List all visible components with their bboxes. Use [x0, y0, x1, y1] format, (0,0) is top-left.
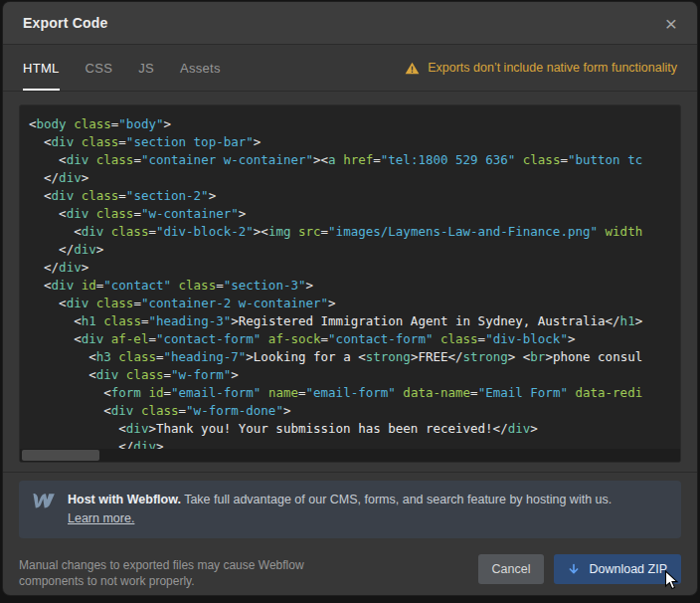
code-line: <div class="w-form"> [29, 366, 680, 384]
code-line: <div class="container w-container"><a hr… [29, 151, 680, 169]
footer-note-line2: components to not work properly. [19, 573, 304, 589]
download-icon [568, 563, 580, 576]
banner-section: Host with Webflow. Take full advantage o… [3, 472, 697, 546]
footer-note-line1: Manual changes to exported files may cau… [19, 557, 304, 573]
cancel-button[interactable]: Cancel [478, 554, 545, 584]
tab-list: HTMLCSSJSAssets [23, 45, 221, 91]
code-line: <form id="email-form" name="email-form" … [29, 384, 680, 402]
form-warning: Exports don’t include native form functi… [405, 45, 677, 91]
modal-footer: Manual changes to exported files may cau… [3, 546, 697, 589]
warning-triangle-icon [405, 62, 420, 75]
code-line: <div class="section-2"> [29, 187, 680, 205]
code-line: <div>Thank you! Your submission has been… [29, 420, 680, 438]
horizontal-scrollbar[interactable] [20, 449, 680, 462]
code-line: <div class="section top-bar"> [29, 133, 680, 151]
modal-header: Export Code × [3, 2, 697, 45]
code-line: <body class="body"> [29, 115, 680, 133]
mouse-cursor [664, 570, 679, 591]
code-line: <div class="container-2 w-container"> [29, 295, 680, 312]
footer-note: Manual changes to exported files may cau… [19, 554, 304, 589]
host-with-webflow-banner: Host with Webflow. Take full advantage o… [19, 481, 681, 538]
modal-title: Export Code [23, 15, 107, 31]
code-line: <h3 class="heading-7">Looking for a <str… [29, 348, 680, 366]
download-zip-button[interactable]: Download ZIP [554, 554, 681, 584]
code-line: </div> [29, 241, 680, 259]
tab-js[interactable]: JS [138, 45, 154, 91]
code-line: <div class="div-block-2"><img src="image… [29, 223, 680, 241]
warning-text: Exports don’t include native form functi… [428, 61, 677, 75]
tab-css[interactable]: CSS [86, 45, 113, 91]
footer-buttons: Cancel Download ZIP [478, 554, 681, 584]
close-icon[interactable]: × [665, 13, 677, 34]
code-editor[interactable]: <body class="body"> <div class="section … [19, 104, 681, 463]
tab-assets[interactable]: Assets [180, 45, 221, 91]
learn-more-link[interactable]: Learn more. [68, 511, 134, 525]
export-code-modal: Export Code × HTMLCSSJSAssets Exports do… [3, 2, 697, 595]
code-line: </div> [29, 259, 680, 277]
banner-body-text: Take full advantage of our CMS, forms, a… [184, 493, 612, 506]
webflow-logo-icon [33, 494, 55, 512]
code-line: <div id="contact" class="section-3"> [29, 277, 680, 295]
code-content: <body class="body"> <div class="section … [20, 105, 680, 456]
banner-bold-text: Host with Webflow. [68, 493, 181, 506]
banner-text: Host with Webflow. Take full advantage o… [68, 491, 612, 528]
code-line: <div af-el="contact-form" af-sock="conta… [29, 330, 680, 348]
code-line: </div> [29, 169, 680, 187]
scrollbar-thumb[interactable] [22, 450, 99, 461]
code-line: <h1 class="heading-3">Registered Immigra… [29, 312, 680, 330]
download-button-label: Download ZIP [589, 562, 667, 576]
tab-row: HTMLCSSJSAssets Exports don’t include na… [3, 45, 697, 92]
code-line: <div class="w-container"> [29, 205, 680, 223]
tab-html[interactable]: HTML [23, 45, 60, 91]
code-line: <div class="w-form-done"> [29, 402, 680, 420]
